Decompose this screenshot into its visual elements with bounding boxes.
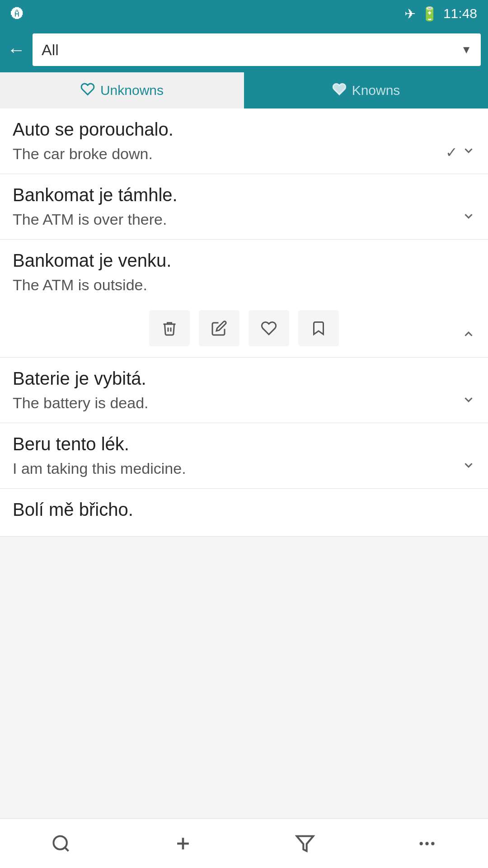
chevron-down-icon: ✓: [446, 144, 475, 161]
heart-filled-icon: [332, 82, 347, 99]
bookmark-button[interactable]: [298, 310, 339, 346]
search-button[interactable]: [34, 826, 88, 862]
app-icon: 🅐: [11, 6, 23, 21]
card-4[interactable]: Baterie je vybitá. The battery is dead.: [0, 358, 488, 423]
card-3-phrase: Bankomat je venku.: [13, 250, 475, 271]
card-3[interactable]: Bankomat je venku. The ATM is outside.: [0, 240, 488, 358]
svg-point-7: [431, 842, 434, 845]
card-3-actions: [13, 307, 475, 346]
more-button[interactable]: [400, 826, 454, 862]
back-icon: ←: [7, 40, 25, 60]
svg-point-5: [420, 842, 423, 845]
category-dropdown[interactable]: All ▼: [33, 33, 481, 66]
card-6[interactable]: Bolí mě břicho.: [0, 489, 488, 537]
time: 11:48: [443, 6, 477, 21]
card-5[interactable]: Beru tento lék. I am taking this medicin…: [0, 423, 488, 489]
bottom-nav: [0, 818, 488, 868]
favorite-button[interactable]: [249, 310, 289, 346]
card-2-phrase: Bankomat je támhle.: [13, 185, 475, 205]
tab-knowns[interactable]: Knowns: [244, 72, 488, 108]
card-3-translation: The ATM is outside.: [13, 276, 475, 294]
status-bar-right: ✈ 🔋 11:48: [404, 6, 477, 22]
delete-button[interactable]: [149, 310, 190, 346]
card-1-translation: The car broke down.: [13, 145, 475, 163]
battery-icon: 🔋: [421, 6, 438, 22]
status-bar: 🅐 ✈ 🔋 11:48: [0, 0, 488, 27]
card-2-translation: The ATM is over there.: [13, 211, 475, 228]
card-4-phrase: Baterie je vybitá.: [13, 368, 475, 389]
edit-button[interactable]: [199, 310, 239, 346]
chevron-down-icon: [462, 209, 475, 226]
dropdown-value: All: [42, 41, 59, 59]
status-bar-left: 🅐: [11, 6, 23, 21]
svg-line-1: [65, 847, 69, 851]
add-button[interactable]: [156, 826, 210, 862]
back-button[interactable]: ←: [7, 41, 25, 59]
filter-button[interactable]: [278, 826, 332, 862]
card-6-phrase: Bolí mě břicho.: [13, 500, 475, 520]
card-5-phrase: Beru tento lék.: [13, 434, 475, 454]
header: ← All ▼: [0, 27, 488, 72]
card-4-translation: The battery is dead.: [13, 394, 475, 412]
card-1-phrase: Auto se porouchalo.: [13, 119, 475, 140]
card-2[interactable]: Bankomat je támhle. The ATM is over ther…: [0, 174, 488, 240]
tab-knowns-label: Knowns: [352, 83, 400, 98]
chevron-up-icon: [462, 327, 475, 344]
card-1[interactable]: Auto se porouchalo. The car broke down. …: [0, 108, 488, 174]
svg-point-6: [425, 842, 428, 845]
heart-outline-icon: [80, 82, 95, 99]
tabs-bar: Unknowns Knowns: [0, 72, 488, 108]
svg-marker-4: [297, 836, 314, 851]
svg-point-0: [54, 836, 67, 849]
airplane-icon: ✈: [404, 6, 416, 22]
card-5-translation: I am taking this medicine.: [13, 460, 475, 477]
chevron-down-icon: [462, 458, 475, 476]
tab-unknowns[interactable]: Unknowns: [0, 72, 244, 108]
chevron-down-icon: [462, 393, 475, 410]
tab-unknowns-label: Unknowns: [100, 83, 164, 98]
chevron-down-icon: ▼: [461, 43, 472, 56]
